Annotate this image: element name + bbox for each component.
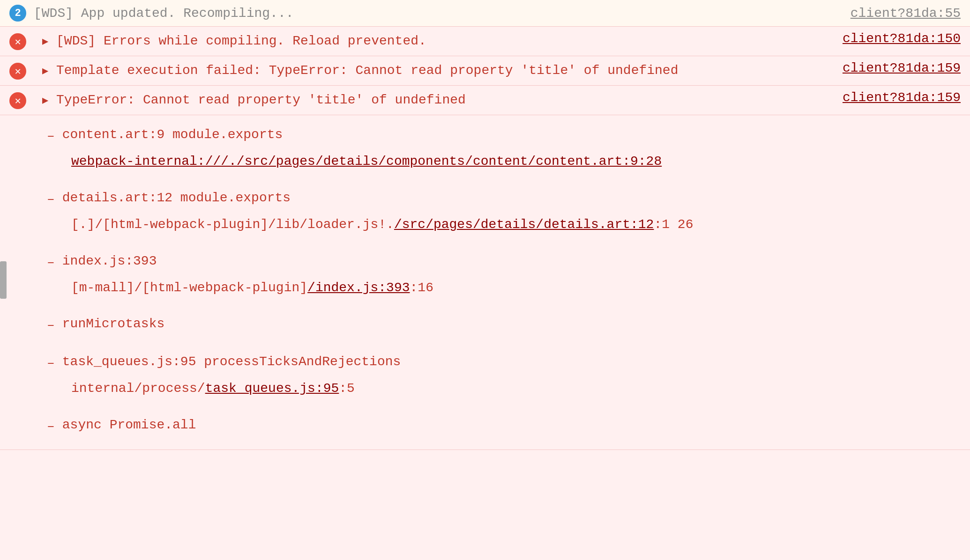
- template-exec-text: ▶ Template execution failed: TypeError: …: [37, 61, 824, 81]
- console-container: 2 [WDS] App updated. Recompiling... clie…: [0, 0, 970, 560]
- detail-link-details[interactable]: /src/pages/details/details.art:12: [394, 213, 654, 236]
- dash-3: –: [47, 251, 55, 274]
- app-updated-row: 2 [WDS] App updated. Recompiling... clie…: [0, 0, 970, 27]
- detail-nolink-index: [m-mall]/[html-webpack-plugin]: [71, 276, 307, 300]
- detail-nolink-task-queues: internal/process/: [71, 377, 205, 400]
- dash-2: –: [47, 188, 55, 211]
- expand-btn-1[interactable]: ▶: [42, 34, 48, 50]
- detail-nolink-details: [.]/[html-webpack-plugin]/lib/loader.js!…: [71, 213, 394, 236]
- detail-link-index[interactable]: /index.js:393: [307, 276, 410, 300]
- error-icon-1: ✕: [9, 33, 26, 50]
- error-icon-2: ✕: [9, 63, 26, 80]
- detail-line-task-queues-1: – task_queues.js:95 processTicksAndRejec…: [47, 352, 961, 375]
- template-exec-link[interactable]: client?81da:159: [843, 61, 961, 75]
- detail-item-index: – index.js:393 [m-mall]/[html-webpack-pl…: [47, 251, 961, 300]
- wds-errors-text: ▶ [WDS] Errors while compiling. Reload p…: [37, 31, 824, 51]
- dash-1: –: [47, 125, 55, 148]
- detail-block: – content.art:9 module.exports webpack-i…: [0, 115, 970, 450]
- expand-btn-2[interactable]: ▶: [42, 64, 48, 79]
- expand-btn-3[interactable]: ▶: [42, 93, 48, 109]
- detail-item-content: – content.art:9 module.exports webpack-i…: [47, 125, 961, 174]
- wds-errors-content: ▶ [WDS] Errors while compiling. Reload p…: [37, 31, 961, 51]
- detail-suffix-task-queues: :5: [339, 377, 355, 400]
- detail-line-index-2: [m-mall]/[html-webpack-plugin]/index.js:…: [47, 276, 961, 300]
- detail-text-runmicrotasks: runMicrotasks: [62, 314, 164, 335]
- scrollbar-indicator[interactable]: [0, 261, 7, 299]
- detail-text-content-1: content.art:9 module.exports: [62, 125, 283, 146]
- type-error-text: ▶ TypeError: Cannot read property 'title…: [37, 90, 824, 110]
- detail-text-task-queues-1: task_queues.js:95 processTicksAndRejecti…: [62, 352, 401, 373]
- type-error-content: ▶ TypeError: Cannot read property 'title…: [37, 90, 961, 110]
- app-updated-link[interactable]: client?81da:55: [851, 6, 961, 21]
- dash-6: –: [47, 415, 55, 438]
- detail-link-content[interactable]: webpack-internal:///./src/pages/details/…: [71, 150, 662, 173]
- detail-item-async: – async Promise.all: [47, 415, 961, 438]
- detail-link-task-queues[interactable]: task_queues.js:95: [205, 377, 339, 400]
- detail-line-task-queues-2: internal/process/task_queues.js:95:5: [47, 377, 961, 400]
- info-badge: 2: [9, 5, 26, 22]
- detail-line-runmicrotasks: – runMicrotasks: [47, 314, 961, 337]
- detail-item-details: – details.art:12 module.exports [.]/[htm…: [47, 188, 961, 237]
- detail-text-async: async Promise.all: [62, 415, 196, 436]
- dash-5: –: [47, 352, 55, 375]
- dash-4: –: [47, 314, 55, 337]
- app-updated-content: 2 [WDS] App updated. Recompiling...: [9, 5, 294, 22]
- detail-text-index-1: index.js:393: [62, 251, 157, 272]
- type-error-row: ✕ ▶ TypeError: Cannot read property 'tit…: [0, 86, 970, 115]
- template-exec-content: ▶ Template execution failed: TypeError: …: [37, 61, 961, 81]
- detail-line-content-2: webpack-internal:///./src/pages/details/…: [47, 150, 961, 173]
- icon-area-3: ✕: [9, 90, 37, 109]
- icon-area-1: ✕: [9, 31, 37, 50]
- icon-area-2: ✕: [9, 61, 37, 80]
- template-exec-row: ✕ ▶ Template execution failed: TypeError…: [0, 56, 970, 86]
- detail-line-async: – async Promise.all: [47, 415, 961, 438]
- detail-line-index-1: – index.js:393: [47, 251, 961, 274]
- detail-text-details-1: details.art:12 module.exports: [62, 188, 291, 209]
- detail-suffix-details: :1 26: [654, 213, 693, 236]
- wds-errors-link[interactable]: client?81da:150: [843, 31, 961, 46]
- detail-suffix-index: :16: [410, 276, 433, 300]
- detail-line-details-1: – details.art:12 module.exports: [47, 188, 961, 211]
- detail-line-content-1: – content.art:9 module.exports: [47, 125, 961, 148]
- detail-item-runmicrotasks: – runMicrotasks: [47, 314, 961, 337]
- type-error-link[interactable]: client?81da:159: [843, 90, 961, 105]
- wds-errors-row: ✕ ▶ [WDS] Errors while compiling. Reload…: [0, 27, 970, 56]
- error-icon-3: ✕: [9, 92, 26, 109]
- detail-line-details-2: [.]/[html-webpack-plugin]/lib/loader.js!…: [47, 213, 961, 236]
- app-updated-text: [WDS] App updated. Recompiling...: [34, 6, 294, 21]
- detail-item-task-queues: – task_queues.js:95 processTicksAndRejec…: [47, 352, 961, 401]
